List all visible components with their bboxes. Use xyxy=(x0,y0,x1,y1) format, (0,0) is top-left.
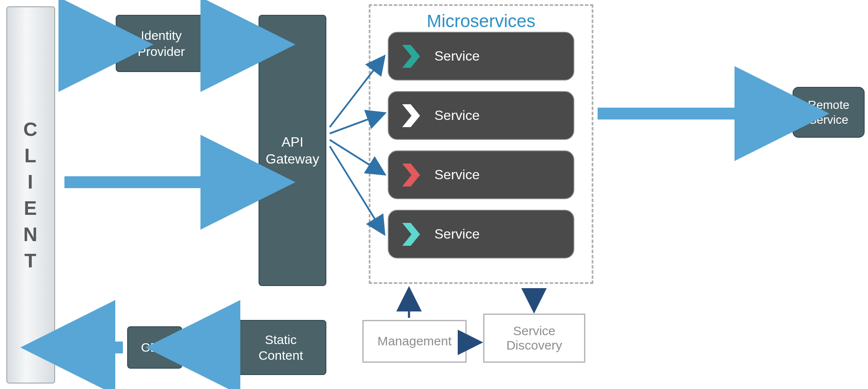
arrows-layer xyxy=(0,0,868,389)
diagram-canvas: C L I E N T Identity Provider API Gatewa… xyxy=(0,0,868,389)
arrow-api-to-svc3 xyxy=(330,140,384,174)
arrow-api-to-svc4 xyxy=(330,146,384,233)
